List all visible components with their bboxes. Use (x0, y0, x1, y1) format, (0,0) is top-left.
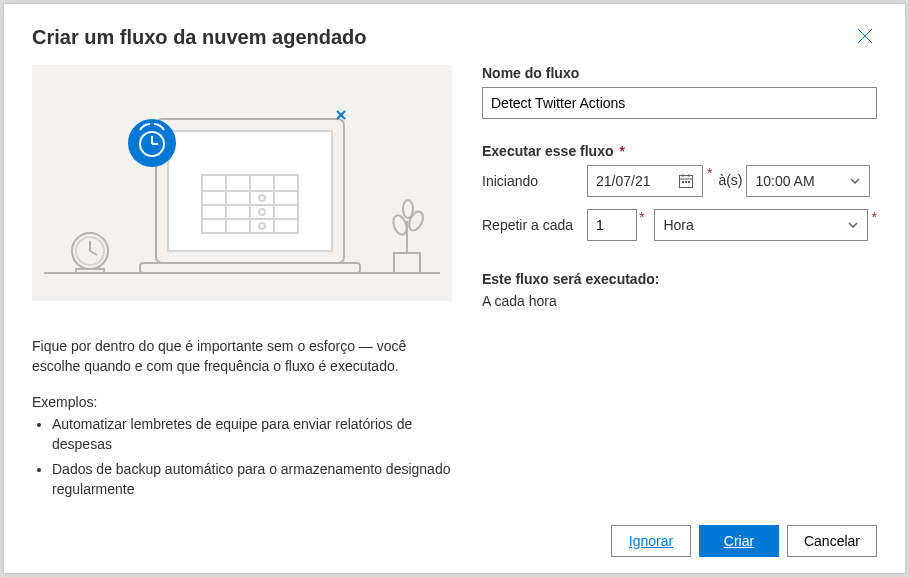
start-date-picker[interactable]: 21/07/21 (587, 165, 703, 197)
modal-header: Criar um fluxo da nuvem agendado (4, 4, 905, 65)
example-item: Dados de backup automático para o armaze… (52, 459, 452, 500)
chevron-down-icon (849, 175, 861, 187)
svg-rect-36 (685, 181, 687, 183)
svg-rect-27 (394, 253, 420, 273)
svg-rect-35 (682, 181, 684, 183)
left-column: Fique por dentro do que é importante sem… (32, 65, 452, 511)
run-flow-section: Executar esse fluxo * Iniciando 21/07/21 (482, 143, 877, 241)
start-time-value: 10:00 AM (755, 173, 814, 189)
close-button[interactable] (853, 24, 877, 51)
examples-list: Automatizar lembretes de equipe para env… (32, 414, 452, 499)
modal-title: Criar um fluxo da nuvem agendado (32, 26, 367, 49)
required-asterisk: * (639, 209, 644, 225)
at-label: à(s) (714, 173, 746, 188)
start-time-select[interactable]: 10:00 AM (746, 165, 870, 197)
right-column: Nome do fluxo Executar esse fluxo * Inic… (482, 65, 877, 511)
svg-rect-3 (140, 263, 360, 273)
start-date-value: 21/07/21 (596, 173, 651, 189)
chevron-down-icon (847, 219, 859, 231)
calendar-icon (678, 173, 694, 189)
create-scheduled-flow-modal: Criar um fluxo da nuvem agendado (3, 3, 906, 574)
required-asterisk: * (872, 209, 877, 225)
repeat-unit-value: Hora (663, 217, 693, 233)
svg-line-25 (90, 251, 97, 255)
skip-button[interactable]: Ignorar (611, 525, 691, 557)
svg-rect-37 (688, 181, 690, 183)
modal-body: Fique por dentro do que é importante sem… (4, 65, 905, 511)
modal-footer: Ignorar Criar Cancelar (4, 511, 905, 573)
repeat-value-input[interactable] (587, 209, 637, 241)
examples-label: Exemplos: (32, 394, 452, 410)
summary-section: Este fluxo será executado: A cada hora (482, 271, 877, 309)
svg-point-30 (403, 200, 413, 218)
svg-point-29 (406, 209, 425, 232)
required-asterisk: * (616, 143, 625, 159)
flow-name-label: Nome do fluxo (482, 65, 877, 81)
repeat-label: Repetir a cada (482, 217, 587, 233)
required-asterisk: * (707, 165, 712, 181)
starting-row: Iniciando 21/07/21 * (482, 165, 877, 197)
example-item: Automatizar lembretes de equipe para env… (52, 414, 452, 455)
starting-label: Iniciando (482, 173, 587, 189)
flow-name-section: Nome do fluxo (482, 65, 877, 119)
repeat-unit-select[interactable]: Hora (654, 209, 867, 241)
flow-name-input[interactable] (482, 87, 877, 119)
intro-text: Fique por dentro do que é importante sem… (32, 337, 452, 376)
summary-text: A cada hora (482, 293, 877, 309)
svg-rect-26 (76, 269, 104, 273)
close-icon (857, 28, 873, 44)
repeat-row: Repetir a cada * Hora * (482, 209, 877, 241)
run-flow-label: Executar esse fluxo * (482, 143, 877, 159)
create-button[interactable]: Criar (699, 525, 779, 557)
illustration (32, 65, 452, 301)
cancel-button[interactable]: Cancelar (787, 525, 877, 557)
summary-label: Este fluxo será executado: (482, 271, 877, 287)
